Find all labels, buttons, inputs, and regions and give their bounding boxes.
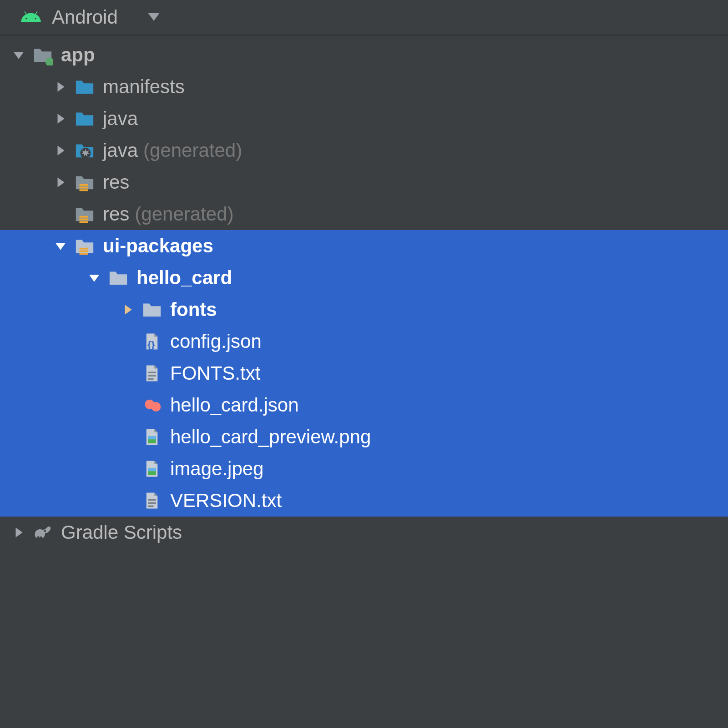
arrow-right-icon[interactable] [6,527,31,538]
text-file-icon [140,489,164,512]
svg-rect-4 [80,189,88,191]
tree-node-app[interactable]: app [0,39,728,71]
tree-label: Gradle Scripts [61,522,182,543]
tree-label: VERSION.txt [170,490,282,512]
tree-node-ui-packages[interactable]: ui-packages [0,230,728,262]
arrow-right-icon[interactable] [48,176,73,188]
tree-node-res-generated[interactable]: res (generated) [0,198,728,230]
folder-icon [106,266,130,290]
tree-node-fonts[interactable]: fonts [0,294,728,326]
view-selector-label: Android [52,6,118,28]
svg-point-16 [151,402,161,412]
arrow-right-icon[interactable] [48,113,73,125]
svg-rect-5 [80,216,88,218]
svg-rect-6 [80,219,88,221]
svg-rect-21 [148,499,156,501]
svg-point-24 [44,530,46,532]
tree-node-fonts-txt[interactable]: FONTS.txt [0,357,728,389]
tree-label: hello_card [136,267,232,289]
tree-label: fonts [170,299,217,321]
folder-icon [73,75,96,99]
android-icon [21,9,41,25]
tree-label: manifests [103,76,185,98]
figma-file-icon [140,393,164,417]
tree-label: java [103,108,138,130]
tree-node-java[interactable]: java [0,103,728,135]
json-file-icon: {} [140,330,164,353]
svg-rect-23 [148,506,153,507]
tree-node-manifests[interactable]: manifests [0,71,728,103]
module-folder-icon [31,43,55,67]
tree-annotation: (generated) [143,140,242,161]
gradle-icon [31,521,55,544]
image-file-icon [140,425,164,449]
resource-folder-icon [73,202,96,226]
tree-label: java [103,140,138,161]
svg-rect-12 [148,372,156,374]
arrow-right-icon[interactable] [48,81,73,93]
arrow-down-icon[interactable] [48,240,73,252]
tree-label: res [103,203,129,225]
tree-node-hello-card-preview[interactable]: hello_card_preview.png [0,421,728,453]
svg-rect-3 [80,187,88,189]
tree-label: config.json [170,331,262,352]
svg-rect-2 [80,184,88,186]
svg-rect-18 [148,436,156,439]
tree-node-config-json[interactable]: {} config.json [0,326,728,357]
svg-rect-20 [148,468,156,471]
tree-annotation: (generated) [135,203,233,225]
arrow-down-icon[interactable] [82,272,106,284]
tree-label: hello_card.json [170,394,299,416]
tree-node-res[interactable]: res [0,166,728,198]
folder-icon [140,298,164,321]
project-tree: app manifests java [0,35,728,728]
svg-rect-7 [80,221,88,223]
svg-rect-22 [148,502,156,504]
arrow-right-icon[interactable] [116,304,140,316]
tree-node-hello-card[interactable]: hello_card [0,262,728,294]
svg-rect-14 [148,378,153,380]
tree-node-gradle-scripts[interactable]: Gradle Scripts [0,517,728,548]
resource-folder-icon [73,171,96,194]
tree-node-java-generated[interactable]: java (generated) [0,135,728,166]
project-tool-window: Android app [0,0,728,728]
tree-node-image-jpeg[interactable]: image.jpeg [0,453,728,485]
svg-rect-9 [80,251,88,252]
project-view-header[interactable]: Android [0,0,728,35]
tree-label: ui-packages [103,235,213,257]
svg-rect-13 [148,375,156,377]
arrow-down-icon[interactable] [6,49,31,61]
tree-label: res [103,171,129,193]
folder-icon [73,107,96,131]
tree-label: app [61,44,95,66]
generated-folder-icon [73,139,96,162]
tree-label: hello_card_preview.png [170,426,371,448]
svg-text:{}: {} [147,339,155,350]
svg-rect-8 [80,248,88,250]
arrow-right-icon[interactable] [48,145,73,156]
tree-label: FONTS.txt [170,362,260,384]
svg-rect-10 [80,253,88,255]
dropdown-icon[interactable] [148,11,160,24]
resource-folder-icon [73,234,96,258]
tree-node-version-txt[interactable]: VERSION.txt [0,485,728,517]
tree-node-hello-card-json[interactable]: hello_card.json [0,389,728,421]
text-file-icon [140,361,164,385]
image-file-icon [140,457,164,481]
tree-label: image.jpeg [170,458,263,480]
